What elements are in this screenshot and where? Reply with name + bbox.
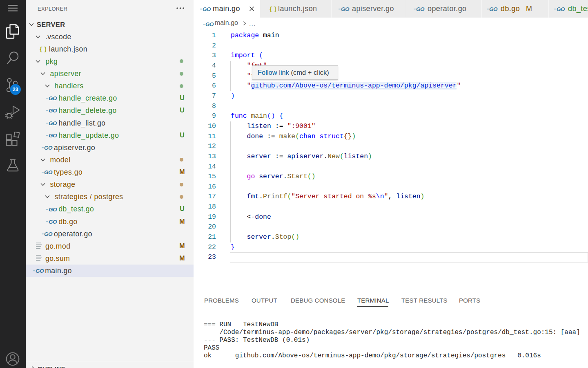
svg-text:GO: GO	[49, 120, 57, 126]
svg-text:{}: {}	[39, 46, 46, 52]
svg-text:GO: GO	[44, 169, 53, 175]
svg-text:23: 23	[13, 87, 18, 92]
svg-text:GO: GO	[416, 6, 425, 12]
svg-text:GO: GO	[44, 231, 53, 237]
svg-text:GO: GO	[489, 6, 498, 12]
svg-text:GO: GO	[205, 21, 214, 27]
svg-text:GO: GO	[36, 268, 44, 274]
svg-text:GO: GO	[341, 6, 350, 12]
svg-text:GO: GO	[49, 206, 57, 213]
svg-text:GO: GO	[44, 145, 53, 151]
svg-text:GO: GO	[49, 219, 57, 225]
svg-text:GO: GO	[203, 6, 211, 12]
svg-text:GO: GO	[49, 132, 57, 139]
svg-text:GO: GO	[557, 6, 565, 12]
svg-text:GO: GO	[49, 95, 57, 101]
svg-text:GO: GO	[49, 108, 57, 114]
svg-text:{}: {}	[269, 6, 276, 12]
